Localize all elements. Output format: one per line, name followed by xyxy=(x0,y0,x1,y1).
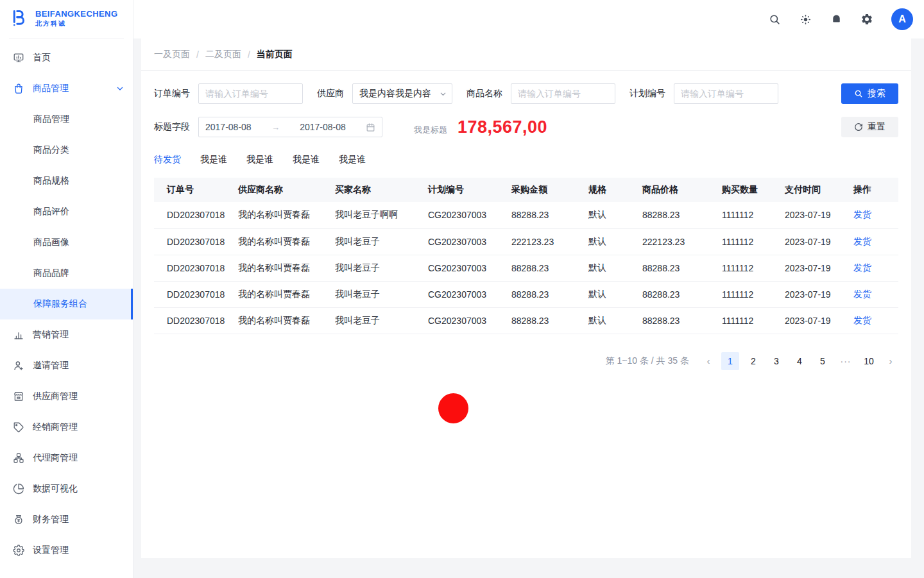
page-button-2[interactable]: 2 xyxy=(744,352,762,370)
sidebar-subitem-product-brand[interactable]: 商品品牌 xyxy=(0,258,133,289)
product-name-input[interactable] xyxy=(511,83,615,104)
cell-supplier-name: 我的名称叫贾春磊 xyxy=(238,281,335,307)
breadcrumb-current: 当前页面 xyxy=(257,49,293,60)
ship-action-link[interactable]: 发货 xyxy=(853,315,871,325)
page-button-10[interactable]: 10 xyxy=(860,352,878,370)
page-button-3[interactable]: 3 xyxy=(767,352,785,370)
cell-order-no: DD202307018 xyxy=(154,307,238,334)
ship-action-link[interactable]: 发货 xyxy=(853,236,871,246)
notification-bell-icon[interactable] xyxy=(830,13,843,26)
page-button-5[interactable]: 5 xyxy=(814,352,832,370)
filter-order-no: 订单编号 xyxy=(154,83,303,104)
tab-4[interactable]: 我是谁 xyxy=(293,154,320,166)
search-icon[interactable] xyxy=(768,13,781,26)
sidebar-subitem-product-spec[interactable]: 商品规格 xyxy=(0,166,133,196)
bar-chart-icon xyxy=(13,329,24,341)
summary-block: 我是标题 178,567,00 xyxy=(414,117,547,137)
page-ellipsis[interactable]: ··· xyxy=(837,352,855,370)
ship-action-link[interactable]: 发货 xyxy=(853,209,871,219)
supplier-select-value: 我是内容我是内容 xyxy=(359,88,431,99)
supplier-select[interactable]: 我是内容我是内容 xyxy=(352,83,452,104)
cell-product-price: 88288.23 xyxy=(642,307,722,334)
cell-plan-no: CG202307003 xyxy=(428,255,511,281)
ship-action-link[interactable]: 发货 xyxy=(853,262,871,273)
end-date-value[interactable]: 2017-08-08 xyxy=(300,122,346,132)
sidebar-item-home[interactable]: 首页 xyxy=(0,42,133,73)
breadcrumb-level-2[interactable]: 二及页面 xyxy=(205,49,241,60)
order-no-input[interactable] xyxy=(198,83,303,104)
cell-product-price: 88288.23 xyxy=(642,281,722,307)
sidebar-item-data-visualization[interactable]: 数据可视化 xyxy=(0,473,133,504)
calendar-icon xyxy=(366,123,375,132)
chevron-down-icon xyxy=(116,85,124,92)
pagination-summary: 第 1~10 条 / 共 35 条 xyxy=(606,355,689,367)
cell-order-no: DD202307018 xyxy=(154,228,238,255)
cell-purchase-amount: 88288.23 xyxy=(511,255,588,281)
sidebar-subitem-product-review[interactable]: 商品评价 xyxy=(0,196,133,227)
sidebar-item-label: 供应商管理 xyxy=(33,391,78,402)
breadcrumb-level-1[interactable]: 一及页面 xyxy=(154,49,190,60)
sidebar-item-label: 商品管理 xyxy=(33,114,69,125)
tab-bar: 待发货 我是谁 我是谁 我是谁 我是谁 xyxy=(154,154,898,166)
cell-product-price: 88288.23 xyxy=(642,202,722,228)
sidebar-subitem-product-mgmt[interactable]: 商品管理 xyxy=(0,104,133,135)
sidebar-item-supplier[interactable]: 供应商管理 xyxy=(0,381,133,412)
cell-supplier-name: 我的名称叫贾春磊 xyxy=(238,255,335,281)
org-cluster-icon xyxy=(13,452,24,464)
cell-purchase-amount: 88288.23 xyxy=(511,307,588,334)
brand-subtitle: 北方科诚 xyxy=(35,19,117,28)
sidebar-item-marketing[interactable]: 营销管理 xyxy=(0,319,133,350)
start-date-value[interactable]: 2017-08-08 xyxy=(205,122,252,132)
page-button-1[interactable]: 1 xyxy=(721,352,739,370)
chevron-down-icon xyxy=(440,90,447,98)
sidebar-item-label: 商品分类 xyxy=(33,144,69,156)
cell-spec: 默认 xyxy=(588,202,642,228)
sidebar-subitem-guarantee-service[interactable]: 保障服务组合 xyxy=(0,289,133,319)
cell-buyer-name: 我叫老豆子 xyxy=(335,307,428,334)
sidebar-item-label: 保障服务组合 xyxy=(33,298,87,310)
table-row: DD202307018 我的名称叫贾春磊 我叫老豆子啊啊 CG202307003… xyxy=(154,202,898,228)
sidebar-item-product-management[interactable]: 商品管理 xyxy=(0,73,133,104)
red-dot xyxy=(438,393,468,423)
cell-buyer-name: 我叫老豆子啊啊 xyxy=(335,202,428,228)
ship-action-link[interactable]: 发货 xyxy=(853,289,871,299)
theme-toggle-sun-icon[interactable] xyxy=(799,13,812,26)
tab-5[interactable]: 我是谁 xyxy=(339,154,366,166)
summary-title: 我是标题 xyxy=(414,124,447,136)
brand-text: BEIFANGKECHENG 北方科诚 xyxy=(35,10,117,28)
table-header: 订单号 供应商名称 买家名称 计划编号 采购金额 规格 商品价格 购买数量 支付… xyxy=(154,178,898,202)
shopping-bag-icon xyxy=(13,83,24,94)
sidebar-item-label: 营销管理 xyxy=(33,329,69,341)
product-name-label: 商品名称 xyxy=(466,88,502,99)
sidebar-subitem-product-profile[interactable]: 商品画像 xyxy=(0,227,133,258)
next-page-icon[interactable]: › xyxy=(883,352,898,370)
sidebar-item-dealer[interactable]: 经销商管理 xyxy=(0,412,133,443)
brand-logo[interactable]: BEIFANGKECHENG 北方科诚 xyxy=(9,0,124,38)
search-button[interactable]: 搜索 xyxy=(841,83,898,104)
cell-spec: 默认 xyxy=(588,255,642,281)
sidebar-item-invitation[interactable]: 邀请管理 xyxy=(0,350,133,381)
filter-row-2: 标题字段 2017-08-08 → 2017-08-08 我是标题 xyxy=(154,117,898,137)
plan-no-input[interactable] xyxy=(674,83,778,104)
page-button-4[interactable]: 4 xyxy=(791,352,809,370)
table-row: DD202307018 我的名称叫贾春磊 我叫老豆子 CG202307003 8… xyxy=(154,255,898,281)
sidebar-subitem-product-category[interactable]: 商品分类 xyxy=(0,135,133,166)
user-avatar[interactable]: A xyxy=(891,8,913,30)
prev-page-icon[interactable]: ‹ xyxy=(701,352,716,370)
cell-buyer-name: 我叫老豆子 xyxy=(335,228,428,255)
sidebar-item-agent[interactable]: 代理商管理 xyxy=(0,443,133,473)
sidebar-item-settings[interactable]: 设置管理 xyxy=(0,535,133,566)
tab-pending-shipment[interactable]: 待发货 xyxy=(154,154,181,166)
user-plus-icon xyxy=(13,360,24,371)
tab-2[interactable]: 我是谁 xyxy=(200,154,227,166)
reset-button[interactable]: 重置 xyxy=(841,117,898,137)
cell-spec: 默认 xyxy=(588,307,642,334)
date-range-picker[interactable]: 2017-08-08 → 2017-08-08 xyxy=(198,117,382,137)
cell-order-no: DD202307018 xyxy=(154,202,238,228)
sidebar-item-finance[interactable]: 财务管理 xyxy=(0,504,133,535)
filter-product-name: 商品名称 xyxy=(466,83,615,104)
settings-gear-icon[interactable] xyxy=(860,13,873,26)
sidebar-item-label: 数据可视化 xyxy=(33,483,78,495)
tab-3[interactable]: 我是谁 xyxy=(246,154,273,166)
content-wrapper: 一及页面 / 二及页面 / 当前页面 订单编号 供应商 xyxy=(133,38,924,578)
